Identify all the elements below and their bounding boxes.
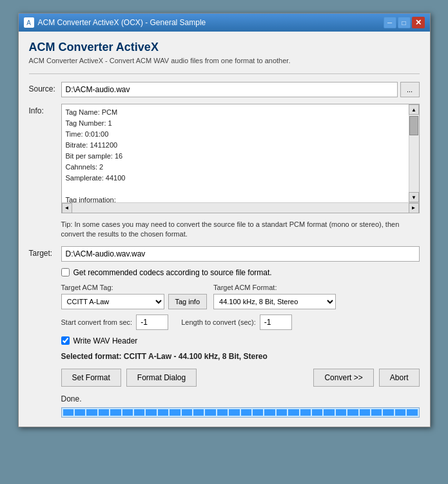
length-convert-group: Length to convert (sec):: [181, 315, 292, 330]
tag-info-button[interactable]: Tag info: [168, 294, 208, 309]
title-bar: A ACM Converter ActiveX (OCX) - General …: [19, 14, 430, 32]
progress-segment: [229, 409, 239, 416]
progress-segment: [110, 409, 121, 416]
target-control-wrap: [61, 246, 420, 262]
info-line-3: Time: 0:01:00: [66, 130, 109, 138]
content-area: ACM Converter ActiveX ACM Converter Acti…: [19, 32, 430, 427]
selected-format-text: Selected format: CCITT A-Law - 44.100 kH…: [61, 352, 420, 361]
info-line-5: Bit per sample: 16: [66, 152, 123, 160]
acm-tag-group: Target ACM Tag: CCITT A-Law Tag info: [61, 284, 208, 309]
progress-segment: [347, 409, 358, 416]
write-wav-checkbox[interactable]: [61, 336, 70, 345]
browse-button[interactable]: ...: [400, 82, 420, 97]
hscroll-track: [72, 203, 409, 213]
progress-segment: [264, 409, 275, 416]
progress-segment: [182, 409, 192, 416]
scroll-track: [409, 115, 419, 192]
info-scrollbar: ▲ ▼: [409, 104, 419, 202]
progress-segment: [300, 409, 311, 416]
scroll-left-button[interactable]: ◄: [62, 203, 72, 213]
progress-segment: [288, 409, 298, 416]
progress-segment: [193, 409, 204, 416]
minimize-button[interactable]: ─: [384, 17, 396, 28]
target-row: Target:: [29, 246, 420, 262]
acm-tag-label: Target ACM Tag:: [61, 284, 208, 291]
maximize-button[interactable]: □: [398, 17, 411, 28]
app-icon: A: [24, 17, 34, 28]
progress-segment: [134, 409, 144, 416]
app-title: ACM Converter ActiveX: [29, 41, 420, 54]
app-subtitle: ACM Converter ActiveX - Convert ACM WAV …: [29, 57, 420, 64]
info-label: Info:: [29, 104, 61, 115]
scroll-right-button[interactable]: ►: [409, 203, 419, 213]
info-line-8: Tag information:: [66, 196, 116, 202]
start-convert-group: Start convert from sec:: [61, 315, 169, 330]
progress-segment: [312, 409, 322, 416]
progress-segment: [324, 409, 334, 416]
info-line-7: Samplerate: 44100: [66, 174, 126, 182]
scroll-thumb[interactable]: [409, 116, 418, 135]
acm-format-group: Target ACM Format: 44.100 kHz, 8 Bit, St…: [213, 284, 336, 309]
progress-segment: [336, 409, 346, 416]
info-box-inner: Tag Name: PCM Tag Number: 1 Time: 0:01:0…: [62, 104, 419, 202]
progress-segment: [75, 409, 85, 416]
target-input[interactable]: [61, 246, 420, 262]
acm-tag-select-wrap: CCITT A-Law Tag info: [61, 294, 208, 309]
progress-segment: [205, 409, 215, 416]
title-bar-left: A ACM Converter ActiveX (OCX) - General …: [24, 17, 206, 28]
recommended-codecs-label: Get recommended codecs according to sour…: [73, 268, 272, 277]
progress-segment: [395, 409, 405, 416]
scroll-down-button[interactable]: ▼: [409, 192, 419, 202]
source-label: Source:: [29, 82, 61, 93]
progress-bar: [61, 407, 420, 418]
target-label: Target:: [29, 246, 61, 258]
progress-segment: [146, 409, 156, 416]
progress-segment: [241, 409, 251, 416]
format-dialog-button[interactable]: Format Dialog: [126, 369, 197, 387]
start-length-row: Start convert from sec: Length to conver…: [61, 315, 420, 330]
acm-format-select[interactable]: 44.100 kHz, 8 Bit, Stereo: [213, 294, 336, 309]
scroll-up-button[interactable]: ▲: [409, 104, 419, 115]
length-convert-input[interactable]: [260, 315, 292, 330]
progress-segment: [371, 409, 382, 416]
info-line-2: Tag Number: 1: [66, 119, 112, 127]
info-line-6: Cahnnels: 2: [66, 163, 104, 171]
divider: [29, 73, 420, 74]
progress-segment: [122, 409, 133, 416]
progress-segment: [253, 409, 263, 416]
recommended-codecs-checkbox[interactable]: [61, 268, 70, 276]
close-button[interactable]: ✕: [412, 17, 425, 28]
progress-segment: [99, 409, 109, 416]
progress-segment: [277, 409, 287, 416]
action-buttons-row: Set Format Format Dialog Convert >> Abor…: [61, 369, 420, 387]
progress-segment: [407, 409, 417, 416]
abort-button[interactable]: Abort: [379, 369, 420, 387]
title-bar-controls: ─ □ ✕: [384, 17, 425, 28]
write-wav-row: Write WAV Header: [61, 336, 420, 345]
source-input[interactable]: [61, 82, 398, 97]
info-line-1: Tag Name: PCM: [66, 108, 118, 116]
status-text: Done.: [61, 394, 420, 403]
progress-segment: [170, 409, 180, 416]
info-line-4: Bitrate: 1411200: [66, 141, 118, 149]
info-box: Tag Name: PCM Tag Number: 1 Time: 0:01:0…: [61, 104, 420, 213]
progress-segment: [383, 409, 393, 416]
progress-segment: [360, 409, 370, 416]
info-row: Info: Tag Name: PCM Tag Number: 1 Time: …: [29, 104, 420, 213]
progress-segment: [63, 409, 73, 416]
recommended-codecs-row: Get recommended codecs according to sour…: [61, 268, 420, 277]
set-format-button[interactable]: Set Format: [61, 369, 121, 387]
info-text: Tag Name: PCM Tag Number: 1 Time: 0:01:0…: [62, 104, 409, 202]
progress-segment: [217, 409, 228, 416]
start-convert-input[interactable]: [136, 315, 168, 330]
source-control-wrap: ...: [61, 82, 420, 97]
write-wav-label: Write WAV Header: [73, 336, 138, 345]
tip-text: Tip: In some cases you may need to conve…: [61, 220, 420, 240]
acm-tag-select[interactable]: CCITT A-Law: [61, 294, 164, 309]
acm-format-label: Target ACM Format:: [213, 284, 336, 291]
length-convert-label: Length to convert (sec):: [181, 318, 256, 326]
window-title: ACM Converter ActiveX (OCX) - General Sa…: [38, 18, 206, 27]
main-window: A ACM Converter ActiveX (OCX) - General …: [18, 13, 431, 427]
convert-button[interactable]: Convert >>: [313, 369, 373, 387]
progress-segment: [86, 409, 97, 416]
